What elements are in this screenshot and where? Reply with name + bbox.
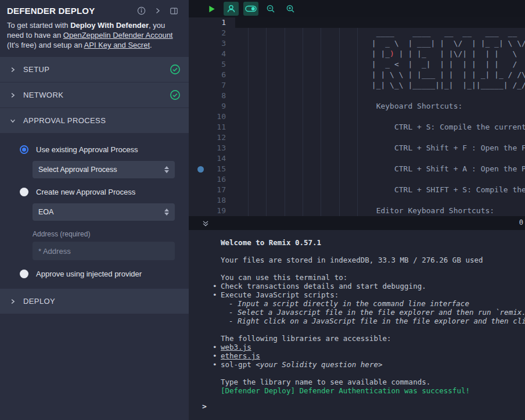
- radio-unselected-icon[interactable]: [20, 270, 28, 278]
- editor-line[interactable]: 14: [189, 153, 525, 164]
- editor-line[interactable]: 4 | |_) | | |_ | |\/| | | | \ /: [189, 49, 525, 59]
- line-number[interactable]: 17: [189, 185, 235, 195]
- info-icon[interactable]: [137, 6, 146, 15]
- line-number[interactable]: 10: [189, 112, 235, 122]
- code-editor[interactable]: 1 2 ____ ____ __ __ ___ __ __: [189, 17, 525, 216]
- editor-line[interactable]: 6 | | \ \ | |___ | | | | _| |_ / /\ \: [189, 70, 525, 80]
- radio-selected-icon[interactable]: [20, 145, 28, 154]
- code-text: Keyboard Shortcuts:: [235, 101, 462, 112]
- radio-label: Use existing Approval Process: [36, 145, 138, 154]
- radio-use-existing[interactable]: Use existing Approval Process: [20, 145, 179, 154]
- panel-header: DEFENDER DEPLOY: [0, 0, 189, 19]
- intro-pre: To get started with: [7, 21, 70, 30]
- line-number[interactable]: 8: [189, 91, 235, 101]
- line-number[interactable]: 5: [189, 59, 235, 70]
- collapse-terminal-icon[interactable]: [202, 220, 210, 227]
- terminal[interactable]: Welcome to Remix 0.57.1 Your files are s…: [189, 230, 525, 420]
- editor-line[interactable]: 2 ____ ____ __ __ ___ __ __: [189, 28, 525, 38]
- editor-line[interactable]: 9 Keyboard Shortcuts:: [189, 101, 525, 112]
- approval-type-select[interactable]: EOA: [33, 203, 175, 221]
- editor-terminal-area: 1 2 ____ ____ __ __ ___ __ __: [189, 0, 525, 420]
- editor-line[interactable]: 15 CTRL + Shift + A : Open the Plugin Ma…: [189, 164, 525, 174]
- radio-label: Create new Approval Process: [36, 188, 135, 196]
- terminal-line: [212, 264, 525, 273]
- line-number[interactable]: 19: [189, 206, 235, 216]
- line-number[interactable]: 4: [189, 49, 235, 59]
- defender-account-link[interactable]: OpenZeppelin Defender Account: [63, 31, 173, 40]
- line-number[interactable]: 18: [189, 195, 235, 206]
- panel-title: DEFENDER DEPLOY: [7, 6, 137, 16]
- line-number[interactable]: 6: [189, 70, 235, 80]
- line-number[interactable]: 13: [189, 143, 235, 153]
- chevron-right-icon: [9, 298, 16, 305]
- line-number[interactable]: 9: [189, 101, 235, 112]
- editor-line[interactable]: 18: [189, 195, 525, 206]
- code-text: | |_) | | |_ | |\/| | | | \ /: [235, 49, 525, 59]
- radio-unselected-icon[interactable]: [20, 188, 28, 196]
- section-network[interactable]: NETWORK: [0, 82, 189, 107]
- breakpoint-icon[interactable]: [197, 166, 204, 173]
- editor-line[interactable]: 3 | _ \ | ___| | \/ | |_ _| \ \/ /: [189, 38, 525, 49]
- approval-process-body: Use existing Approval Process Select App…: [0, 134, 189, 289]
- address-label: Address (required): [33, 230, 179, 238]
- terminal-line: You can use this terminal to:: [212, 273, 525, 282]
- line-number[interactable]: 7: [189, 80, 235, 91]
- section-approval-process[interactable]: APPROVAL PROCESS: [0, 108, 189, 133]
- line-number[interactable]: 1: [189, 17, 235, 28]
- code-text: ____ ____ __ __ ___ __ __: [235, 28, 525, 38]
- editor-line[interactable]: 19 Editor Keyboard Shortcuts:: [189, 206, 525, 216]
- line-number[interactable]: 3: [189, 38, 235, 49]
- editor-line[interactable]: 17 CTRL + SHIFT + S: Compile the current…: [189, 185, 525, 195]
- api-key-link[interactable]: API Key and Secret: [84, 41, 150, 49]
- panel-header-icons: [137, 6, 182, 15]
- terminal-line: Execute JavaScript scripts:: [212, 290, 525, 299]
- section-deploy[interactable]: DEPLOY: [0, 289, 189, 314]
- intro-text: To get started with Deploy With Defender…: [0, 19, 189, 57]
- zoom-in-icon[interactable]: [283, 2, 298, 16]
- section-setup[interactable]: SETUP: [0, 57, 189, 82]
- line-number[interactable]: 2: [189, 28, 235, 38]
- ai-assistant-icon[interactable]: [224, 2, 239, 16]
- terminal-line: ethers.js: [212, 351, 525, 360]
- editor-line[interactable]: 8: [189, 91, 525, 101]
- editor-lines: 1 2 ____ ____ __ __ ___ __ __: [189, 17, 525, 216]
- editor-line[interactable]: 13 CTRL + Shift + F : Open the File Expl…: [189, 143, 525, 153]
- approval-process-select[interactable]: Select Approval Process: [33, 161, 175, 178]
- intro-end: .: [150, 41, 152, 49]
- line-number[interactable]: 14: [189, 153, 235, 164]
- terminal-line: Welcome to Remix 0.57.1: [212, 238, 525, 247]
- terminal-line: Your files are stored in indexedDB, 33.3…: [212, 256, 525, 264]
- chevron-right-icon: [9, 66, 16, 73]
- editor-line[interactable]: 12: [189, 132, 525, 143]
- radio-create-new[interactable]: Create new Approval Process: [20, 188, 179, 196]
- code-text: | | \ \ | |___ | | | | _| |_ / /\ \: [235, 70, 525, 80]
- editor-line[interactable]: 16: [189, 174, 525, 185]
- editor-line[interactable]: 11 CTRL + S: Compile the current contrac…: [189, 122, 525, 132]
- code-text: | _ < | _| | | | | | | / \: [235, 59, 525, 70]
- line-number[interactable]: 16: [189, 174, 235, 185]
- collapse-panel-chevron-icon[interactable]: [154, 7, 161, 15]
- terminal-line: - Select a Javascript file in the file e…: [220, 308, 525, 317]
- code-text: CTRL + S: Compile the current contract: [235, 122, 525, 132]
- terminal-prompt[interactable]: >: [202, 402, 525, 411]
- copilot-toggle[interactable]: [243, 2, 258, 16]
- intro-mid2: (It's free) and setup an: [7, 41, 84, 49]
- panel-layout-icon[interactable]: [170, 7, 178, 15]
- zoom-out-icon[interactable]: [263, 2, 278, 16]
- select-arrows-icon: [164, 209, 169, 216]
- section-label: DEPLOY: [23, 297, 181, 306]
- editor-line[interactable]: 7 |_| \_\ |_____||_| |_||_____| /_/\_\: [189, 80, 525, 91]
- editor-line[interactable]: 10: [189, 112, 525, 122]
- editor-toolbar: [189, 0, 525, 17]
- terminal-line: - Input a script directly in the command…: [220, 299, 525, 308]
- address-input[interactable]: [33, 242, 175, 260]
- editor-line[interactable]: 5 | _ < | _| | | | | | | / \: [189, 59, 525, 70]
- terminal-line: [212, 369, 525, 378]
- defender-deploy-panel: DEFENDER DEPLOY To get started with Depl…: [0, 0, 189, 420]
- line-number[interactable]: 15: [189, 164, 235, 174]
- line-number[interactable]: 11: [189, 122, 235, 132]
- line-number[interactable]: 12: [189, 132, 235, 143]
- run-script-button[interactable]: [204, 2, 219, 16]
- editor-line[interactable]: 1: [189, 17, 525, 28]
- radio-injected-provider[interactable]: Approve using injected provider: [20, 270, 179, 278]
